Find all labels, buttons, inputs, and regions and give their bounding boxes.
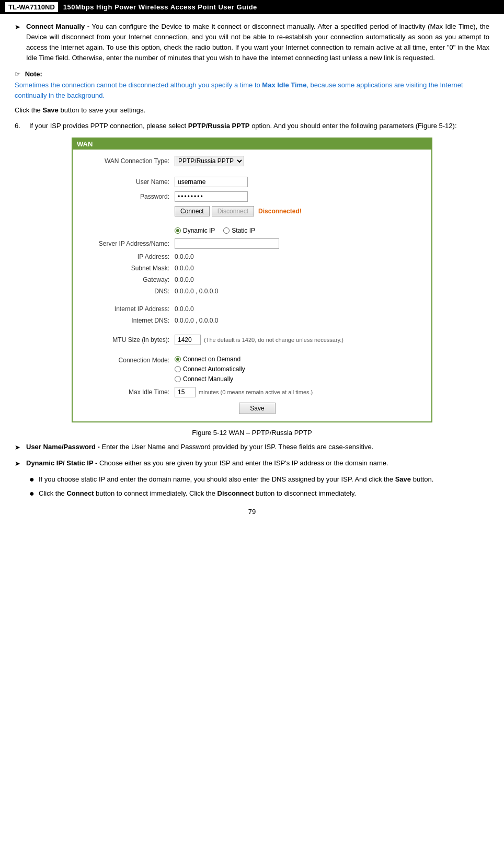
ip-type-radio-group: Dynamic IP Static IP <box>175 227 255 234</box>
user-name-password-label: User Name/Password - <box>26 443 100 451</box>
server-ip-label: Server IP Address/Name: <box>94 240 175 247</box>
connection-mode-label: Connection Mode: <box>94 357 175 364</box>
mtu-size-input[interactable] <box>175 335 201 345</box>
dynamic-ip-radio[interactable]: Dynamic IP <box>175 227 215 234</box>
sub-bullets: ● If you choose static IP and enter the … <box>29 474 489 499</box>
gateway-row: Gateway: 0.0.0.0 <box>94 276 421 283</box>
password-row: Password: <box>94 191 421 202</box>
conn-manual-radio[interactable]: Connect Manually <box>175 375 245 383</box>
sub-bullet-2-text: Click the Connect button to connect imme… <box>39 488 489 499</box>
gateway-label: Gateway: <box>94 276 175 283</box>
page-number: 79 <box>15 508 489 516</box>
subnet-mask-value: 0.0.0.0 <box>175 265 194 272</box>
conn-demand-radio[interactable]: Connect on Demand <box>175 356 245 363</box>
sub-bullet-2: ● Click the Connect button to connect im… <box>29 488 489 499</box>
internet-ip-label: Internet IP Address: <box>94 305 175 313</box>
dynamic-static-label: Dynamic IP/ Static IP - <box>26 459 97 467</box>
max-idle-time-row: Max Idle Time: minutes (0 means remain a… <box>94 387 421 397</box>
bullet-dot-2: ● <box>29 488 39 499</box>
page-header: TL-WA7110ND 150Mbps High Power Wireless … <box>0 0 504 14</box>
internet-dns-label: Internet DNS: <box>94 317 175 324</box>
sub-bullet-1: ● If you choose static IP and enter the … <box>29 474 489 485</box>
user-name-password-text: User Name/Password - Enter the User Name… <box>26 442 489 453</box>
internet-dns-row: Internet DNS: 0.0.0.0 , 0.0.0.0 <box>94 317 421 324</box>
username-input[interactable] <box>175 177 248 187</box>
connection-mode-row: Connection Mode: Connect on Demand Conne… <box>94 356 421 383</box>
click-save-text: Click the Save button to save your setti… <box>15 105 489 116</box>
server-ip-row: Server IP Address/Name: <box>94 238 421 249</box>
max-idle-time-label: Max Idle Time: <box>94 388 175 396</box>
internet-dns-value: 0.0.0.0 , 0.0.0.0 <box>175 317 218 324</box>
sub-bullet-1-text: If you choose static IP and enter the do… <box>39 474 489 485</box>
dynamic-static-text: Dynamic IP/ Static IP - Choose either as… <box>26 458 489 469</box>
disconnect-button[interactable]: Disconnect <box>212 206 254 216</box>
figure-caption: Figure 5-12 WAN – PPTP/Russia PPTP <box>15 429 489 437</box>
connect-manually-section: ➤ Connect Manually - You can configure t… <box>15 21 489 64</box>
dns-label: DNS: <box>94 288 175 295</box>
static-ip-radio[interactable]: Static IP <box>223 227 255 234</box>
conn-auto-radio[interactable]: Connect Automatically <box>175 365 245 373</box>
item-6: 6. If your ISP provides PPTP connection,… <box>15 121 489 131</box>
item-6-text: If your ISP provides PPTP connection, pl… <box>29 121 489 131</box>
bullet-arrow-1: ➤ <box>15 22 24 64</box>
max-idle-hint: minutes (0 means remain active at all ti… <box>199 389 313 395</box>
subnet-mask-label: Subnet Mask: <box>94 265 175 272</box>
note-finger-icon: ☞ <box>15 70 21 78</box>
connect-button[interactable]: Connect <box>175 206 210 216</box>
guide-title: 150Mbps High Power Wireless Access Point… <box>63 3 257 11</box>
figure-header: WAN <box>73 139 431 150</box>
mtu-size-label: MTU Size (in bytes): <box>94 336 175 344</box>
dns-value: 0.0.0.0 , 0.0.0.0 <box>175 288 218 295</box>
username-label: User Name: <box>94 178 175 186</box>
model-label: TL-WA7110ND <box>5 2 58 12</box>
bullet-arrow-dynamic: ➤ <box>15 459 24 469</box>
username-row: User Name: <box>94 177 421 187</box>
bullet-arrow-user: ➤ <box>15 442 24 453</box>
server-ip-input[interactable] <box>175 238 279 249</box>
note-section: ☞ Note: Sometimes the connection cannot … <box>15 70 489 101</box>
wan-connection-type-row: WAN Connection Type: PPTP/Russia PPTP <box>94 156 421 166</box>
dynamic-static-section: ➤ Dynamic IP/ Static IP - Choose either … <box>15 458 489 469</box>
note-label: ☞ Note: <box>15 70 489 78</box>
user-name-password-section: ➤ User Name/Password - Enter the User Na… <box>15 442 489 453</box>
disconnected-status: Disconnected! <box>258 208 302 215</box>
password-input[interactable] <box>175 191 248 202</box>
gateway-value: 0.0.0.0 <box>175 276 194 283</box>
save-button-row: Save <box>94 403 421 414</box>
mtu-hint: (The default is 1420, do not change unle… <box>204 337 343 343</box>
figure-wan: WAN WAN Connection Type: PPTP/Russia PPT… <box>72 138 432 422</box>
save-button[interactable]: Save <box>239 403 275 414</box>
ip-address-value: 0.0.0.0 <box>175 253 194 260</box>
connect-manually-text: Connect Manually - You can configure the… <box>26 21 489 64</box>
bullet-dot-1: ● <box>29 474 39 485</box>
form-area: WAN Connection Type: PPTP/Russia PPTP Us… <box>73 154 431 416</box>
dns-row: DNS: 0.0.0.0 , 0.0.0.0 <box>94 288 421 295</box>
ip-address-row: IP Address: 0.0.0.0 <box>94 253 421 260</box>
internet-ip-value: 0.0.0.0 <box>175 305 194 313</box>
subnet-mask-row: Subnet Mask: 0.0.0.0 <box>94 265 421 272</box>
mtu-size-row: MTU Size (in bytes): (The default is 142… <box>94 335 421 345</box>
password-label: Password: <box>94 193 175 200</box>
connect-manually-label: Connect Manually - <box>26 22 89 30</box>
item-6-num: 6. <box>15 121 29 131</box>
note-content: Sometimes the connection cannot be disco… <box>15 80 489 101</box>
ip-address-label: IP Address: <box>94 253 175 260</box>
ip-type-radio-row: Dynamic IP Static IP <box>94 227 421 234</box>
connection-mode-group: Connect on Demand Connect Automatically … <box>175 356 245 383</box>
connect-buttons-row: Connect Disconnect Disconnected! <box>94 206 421 216</box>
internet-ip-row: Internet IP Address: 0.0.0.0 <box>94 305 421 313</box>
wan-connection-type-label: WAN Connection Type: <box>94 157 175 165</box>
max-idle-time-input[interactable] <box>175 387 196 397</box>
wan-connection-type-select[interactable]: PPTP/Russia PPTP <box>175 156 244 166</box>
